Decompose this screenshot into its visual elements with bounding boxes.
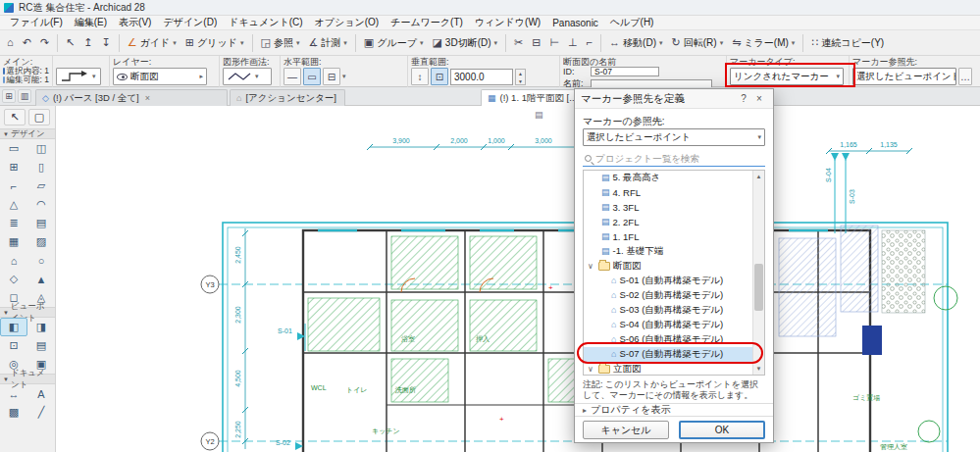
select-arrow-button[interactable]: ↖ [62,32,78,53]
trace-reference-button[interactable]: ◲参照▾ [257,32,304,53]
toolbox-viewpoint-header[interactable]: ▼ビューポイント [0,307,55,318]
menu-file[interactable]: ファイル(F) [4,16,69,30]
menu-view[interactable]: 表示(V) [113,16,157,30]
tree-item-story-5[interactable]: ▤5. 最高高さ [584,171,764,185]
railing-tool[interactable]: ▤ [27,214,55,232]
marker-ref-dropdown[interactable]: 選択したビューポイント ▾ [852,68,956,85]
mesh-tool[interactable]: ▲ [27,270,55,288]
vrange-value-input[interactable] [450,69,513,85]
vrange-infinite-button[interactable]: ↕ [411,68,429,85]
scroll-up-icon[interactable]: ▲ [753,171,764,182]
expander-icon[interactable]: ∨ [588,365,595,374]
tree-scrollbar[interactable]: ▲ ▼ [752,171,764,375]
tab-action-center[interactable]: ⌂ [アクションセンター] [230,89,345,106]
hrange-limited-button[interactable]: ▭ [303,68,321,85]
inject-parameters-button[interactable]: ↧ [98,32,115,53]
move-button[interactable]: ↔移動(D)▾ [605,32,666,53]
tab-perspective[interactable]: ◇ (!) パース [3D / 全て] × [35,89,228,106]
shell-tool[interactable]: ◠ [27,195,55,214]
3d-cut-button[interactable]: ◪3D切断(D)▾ [428,32,501,53]
dimension-tool[interactable]: ↔ [0,384,27,403]
grid-button[interactable]: ⊞グリッド▾ [181,32,248,53]
close-icon[interactable]: × [145,93,150,103]
floor-plan-drawing[interactable]: ▤ Y3 Y2 3,900 2,000 1,000 3,000 2,000 [56,106,980,452]
cut-button[interactable]: ✂ [510,32,527,53]
hrange-infinite-button[interactable]: — [284,68,301,85]
line-tool[interactable]: ╱ [27,403,55,422]
measure-button[interactable]: ∡計測▾ [304,32,350,53]
tree-item-s03[interactable]: ⌂S-03 (自動再構築モデル) [584,303,764,318]
beam-tool[interactable]: ⌐ [0,176,27,195]
section-symbol-selector[interactable]: ▾ [56,68,101,85]
curtain-wall-tool[interactable]: ▦ [0,232,27,251]
rotate-button[interactable]: ↻回転(R)▾ [668,32,728,53]
vrange-stepper[interactable]: ▲▼ [515,69,526,85]
marquee-tool[interactable]: ▢ [28,109,50,126]
window-tool[interactable]: ⊞ [0,158,27,176]
section-id-input[interactable] [591,67,659,76]
vrange-limited-button[interactable]: ⊡ [431,68,448,85]
scroll-down-icon[interactable]: ▼ [753,363,764,375]
close-button[interactable]: × [751,91,767,107]
tree-item-story-1[interactable]: ▤1. 1FL [584,229,764,244]
drawing-canvas[interactable]: ▤ Y3 Y2 3,900 2,000 1,000 3,000 2,000 [56,106,980,452]
interior-elevation-tool[interactable]: ⊡ [0,336,27,355]
roof-tool[interactable]: △ [0,195,27,214]
tree-folder-sections[interactable]: ∨断面図 [584,259,764,274]
marker-ref-more-button[interactable]: … [958,68,972,85]
tree-item-s01[interactable]: ⌂S-01 (自動再構築モデル) [584,274,764,288]
pickup-parameters-button[interactable]: ↥ [79,32,96,53]
arrow-tool[interactable]: ↖ [4,109,26,126]
zone-tool[interactable]: ▨ [27,232,55,251]
tree-item-s07[interactable]: ⌂S-07 (自動再構築モデル) [584,347,764,362]
fill-tool[interactable]: ▩ [0,403,27,422]
section-tool[interactable]: ◧ [0,318,27,336]
help-button[interactable]: ? [736,91,751,107]
menu-edit[interactable]: 編集(E) [69,16,113,30]
wall-tool[interactable]: ▭ [0,139,27,158]
menu-panasonic[interactable]: Panasonic [546,16,604,30]
tree-folder-elevations[interactable]: ∨立面図 [584,362,764,376]
text-tool[interactable]: A [27,384,55,403]
home-button[interactable]: ⌂ [3,32,18,53]
tree-item-s06[interactable]: ⌂S-06 (自動再構築モデル) [584,332,764,347]
menu-teamwork[interactable]: チームワーク(T) [385,16,469,30]
tab-list-button[interactable]: ▥ [18,89,31,103]
marker-type-dropdown[interactable]: リンクされたマーカー ▾ [730,68,844,85]
menu-window[interactable]: ウィンドウ(W) [469,16,546,30]
multiply-button[interactable]: ∷連続コピー(Y) [807,32,888,53]
canvas-options-icon[interactable]: ▤ [535,110,543,120]
reference-dropdown[interactable]: 選択したビューポイント ▾ [583,128,765,146]
intersect-button[interactable]: ⊥ [564,32,582,53]
hrange-zero-depth-button[interactable]: ⊟ [323,68,340,85]
cancel-button[interactable]: キャンセル [583,421,669,439]
project-search[interactable] [583,151,765,167]
undo-button[interactable]: ↶ [19,32,35,53]
menu-help[interactable]: ヘルプ(H) [604,16,660,30]
redo-button[interactable]: ↷ [36,32,53,53]
lamp-tool[interactable]: ○ [27,251,55,270]
tree-item-story-b1[interactable]: ▤-1. 基礎下端 [584,244,764,259]
dialog-title-bar[interactable]: マーカー参照先を定義 ? × [575,89,773,109]
expander-icon[interactable]: ∨ [588,262,595,271]
construction-method-selector[interactable]: ▾ [223,68,272,85]
tree-item-story-4[interactable]: ▤4. RFL [584,185,764,200]
show-properties-toggle[interactable]: ▸ プロパティを表示 [575,403,773,417]
scrollbar-thumb[interactable] [754,264,763,311]
column-tool[interactable]: ▯ [27,158,55,176]
menu-options[interactable]: オプション(O) [309,16,386,30]
tree-item-s04[interactable]: ⌂S-04 (自動再構築モデル) [584,318,764,332]
stair-tool[interactable]: ≣ [0,214,27,232]
group-button[interactable]: ▣グループ▾ [360,32,428,53]
elevation-tool[interactable]: ◨ [27,318,55,336]
toolbox-design-header[interactable]: ▼デザイン [0,128,55,139]
mirror-button[interactable]: ⇋ミラー(M)▾ [728,32,799,53]
search-input[interactable] [595,153,763,164]
layer-selector[interactable]: 断面図 ▸ [113,68,207,85]
ok-button[interactable]: OK [679,421,765,439]
menu-document[interactable]: ドキュメント(C) [223,16,308,30]
tree-item-story-2[interactable]: ▤2. 2FL [584,215,764,229]
worksheet-tool[interactable]: ▤ [27,336,55,355]
object-tool[interactable]: ⌂ [0,251,27,270]
menu-design[interactable]: デザイン(D) [157,16,223,30]
